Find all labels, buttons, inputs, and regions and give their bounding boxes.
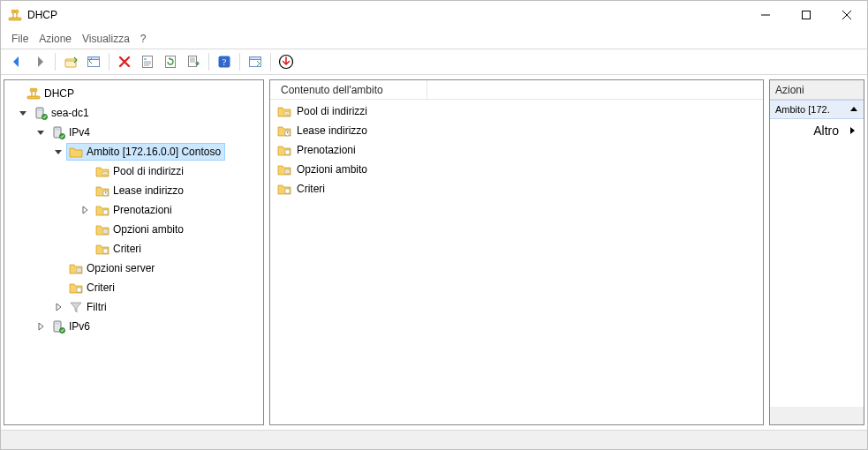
svg-rect-19 — [27, 96, 40, 99]
main-content: DHCP sea-dc1 — [1, 75, 867, 430]
list-item-reservations[interactable]: Prenotazioni — [274, 140, 759, 160]
expander-none — [79, 165, 91, 177]
expander-open-icon[interactable] — [34, 126, 47, 139]
dhcp-app-icon — [26, 86, 41, 101]
ipv4-icon — [51, 125, 65, 139]
menu-file[interactable]: File — [8, 31, 32, 47]
expander-closed-icon[interactable] — [79, 204, 91, 216]
list-item-pool[interactable]: Pool di indirizzi — [274, 101, 759, 121]
svg-point-21 — [34, 88, 37, 92]
svg-rect-34 — [77, 288, 81, 292]
toolbar: ? — [1, 49, 867, 75]
help-button[interactable]: ? — [214, 51, 235, 72]
list-item-policies[interactable]: Criteri — [274, 179, 759, 199]
export-list-button[interactable] — [183, 51, 204, 72]
tree-label: IPv4 — [69, 126, 90, 139]
tree-label: Opzioni server — [87, 262, 155, 274]
actions-group-header[interactable]: Ambito [172. — [770, 100, 864, 119]
folder-options-icon — [95, 222, 109, 236]
tree-label: Ambito [172.16.0.0] Contoso — [87, 146, 221, 158]
list-pane: Contenuto dell'ambito Pool di indirizzi … — [269, 79, 764, 425]
list-item-leases[interactable]: Lease indirizzo — [274, 121, 759, 140]
tree-node-scope-options[interactable]: Opzioni ambito — [4, 220, 263, 239]
collapse-icon[interactable] — [849, 105, 858, 114]
show-hide-tree-button[interactable] — [83, 51, 104, 72]
tree-label: Pool di indirizzi — [113, 165, 184, 177]
expander-none — [79, 243, 91, 255]
folder-icon — [69, 145, 83, 159]
tree-node-ipv6[interactable]: IPv6 — [4, 317, 263, 336]
expander-closed-icon[interactable] — [52, 301, 64, 313]
toolbar-separator — [270, 53, 271, 71]
toolbar-separator — [239, 53, 240, 71]
tree-node-reservations[interactable]: Prenotazioni — [4, 200, 263, 220]
close-button[interactable] — [826, 1, 867, 29]
tree-label: Criteri — [113, 243, 141, 255]
folder-pool-icon — [95, 164, 109, 178]
folder-reservations-icon — [277, 143, 291, 157]
titlebar: DHCP — [1, 1, 867, 29]
tree-label: Opzioni ambito — [113, 223, 184, 236]
svg-rect-32 — [103, 249, 108, 253]
tree-node-server-options[interactable]: Opzioni server — [4, 259, 263, 278]
tree-node-policies[interactable]: Criteri — [4, 239, 263, 259]
filter-icon — [69, 300, 83, 314]
refresh-button[interactable] — [160, 51, 181, 72]
expander-closed-icon[interactable] — [34, 320, 47, 333]
expander-open-icon[interactable] — [52, 146, 64, 158]
svg-point-2 — [15, 10, 19, 13]
list-item-label: Lease indirizzo — [297, 124, 367, 137]
tree-label: Prenotazioni — [113, 204, 172, 216]
svg-point-1 — [11, 10, 15, 13]
tree-node-server[interactable]: sea-dc1 — [4, 103, 263, 123]
menu-action[interactable]: Azione — [35, 31, 75, 47]
tree-pane: DHCP sea-dc1 — [4, 79, 264, 425]
list-column-header[interactable]: Contenuto dell'ambito — [270, 80, 763, 100]
toolbar-separator — [55, 53, 56, 71]
tree-node-address-pool[interactable]: Pool di indirizzi — [4, 161, 263, 181]
column-header-name[interactable]: Contenuto dell'ambito — [277, 80, 427, 99]
properties-button[interactable] — [137, 51, 158, 72]
window-title: DHCP — [27, 9, 57, 21]
record-button[interactable] — [275, 51, 297, 72]
tree-label: Criteri — [87, 281, 115, 294]
tree-node-ipv4[interactable]: IPv4 — [4, 123, 263, 142]
tree-node-filters[interactable]: Filtri — [4, 297, 263, 317]
svg-rect-7 — [65, 59, 76, 67]
tree-node-dhcp-root[interactable]: DHCP — [4, 84, 263, 103]
server-icon — [34, 106, 48, 120]
menu-view[interactable]: Visualizza — [79, 31, 133, 47]
folder-pool-icon — [277, 104, 291, 118]
tree-node-address-leases[interactable]: Lease indirizzo — [4, 181, 263, 200]
svg-text:?: ? — [223, 56, 227, 67]
svg-rect-30 — [103, 210, 108, 214]
svg-rect-26 — [56, 129, 60, 131]
list-item-scope-options[interactable]: Opzioni ambito — [274, 160, 759, 179]
svg-point-20 — [30, 88, 34, 92]
maximize-button[interactable] — [786, 1, 826, 29]
svg-rect-11 — [144, 58, 147, 60]
tree-label: Lease indirizzo — [113, 184, 184, 197]
delete-button[interactable] — [114, 51, 135, 72]
folder-policies-icon — [95, 242, 109, 256]
up-button[interactable] — [60, 51, 81, 72]
folder-policies-icon — [69, 281, 83, 295]
svg-rect-42 — [285, 189, 290, 193]
back-button[interactable] — [6, 51, 27, 72]
tree-node-server-policies[interactable]: Criteri — [4, 278, 263, 297]
folder-options-icon — [69, 261, 83, 275]
folder-reservations-icon — [95, 203, 109, 217]
forward-button[interactable] — [29, 51, 50, 72]
actions-group-label: Ambito [172. — [775, 104, 830, 115]
actions-item-more[interactable]: Altro — [770, 119, 864, 142]
tree-node-scope[interactable]: Ambito [172.16.0.0] Contoso — [4, 142, 263, 161]
expander-open-icon[interactable] — [17, 107, 29, 119]
list-item-label: Opzioni ambito — [297, 163, 367, 176]
expander-none — [79, 184, 91, 197]
show-hide-action-pane-button[interactable] — [245, 51, 266, 72]
dhcp-app-icon — [8, 8, 22, 22]
minimize-button[interactable] — [745, 1, 786, 29]
list-item-label: Criteri — [297, 183, 325, 195]
statusbar — [1, 430, 867, 449]
menu-help[interactable]: ? — [137, 31, 150, 47]
